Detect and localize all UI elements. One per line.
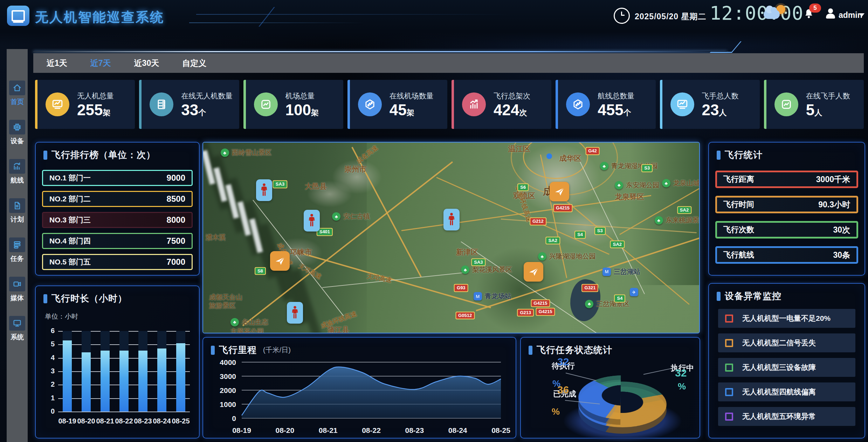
sidebar-item-任务[interactable]: 任务 bbox=[7, 232, 28, 271]
ranking-name: NO.4 部门四 bbox=[49, 236, 91, 246]
task-list-icon bbox=[12, 240, 22, 250]
road-badge: SA2 bbox=[677, 206, 691, 214]
ranking-value: 9000 bbox=[167, 173, 185, 183]
card-icon-circle bbox=[150, 92, 173, 116]
tab-自定义[interactable]: 自定义 bbox=[182, 58, 206, 69]
map-poi-pin: 主题茶公园 bbox=[230, 327, 264, 333]
card-value: 5人 bbox=[806, 102, 850, 118]
card-value: 45架 bbox=[390, 102, 434, 118]
flight-stat-value: 90.3小时 bbox=[818, 199, 850, 210]
road-badge: S4 bbox=[614, 295, 625, 302]
alert-status-icon bbox=[725, 388, 733, 396]
park-pin-icon: ♣ bbox=[332, 212, 340, 221]
header-decoration bbox=[167, 7, 275, 27]
hexagon-node-icon bbox=[572, 98, 584, 111]
chevron-down-icon[interactable] bbox=[859, 13, 864, 17]
task-slice-value: 36 bbox=[557, 384, 569, 396]
task-slice-percent: % bbox=[552, 406, 560, 417]
map-marker-drone[interactable] bbox=[550, 182, 569, 201]
sidebar-item-计划[interactable]: 计划 bbox=[7, 193, 28, 232]
panel-title: 飞行统计 bbox=[725, 149, 763, 161]
card-icon-circle bbox=[46, 92, 69, 116]
park-pin-icon: ♣ bbox=[221, 149, 229, 157]
tab-近1天[interactable]: 近1天 bbox=[47, 58, 67, 69]
map-poi-pin: M青龙场站 bbox=[474, 292, 511, 301]
panel-marker bbox=[43, 151, 47, 160]
card-value: 100架 bbox=[285, 102, 319, 118]
map-poi-label: 主题茶公园 bbox=[230, 327, 264, 333]
sidebar-item-系统[interactable]: 系统 bbox=[7, 310, 28, 350]
stat-card: 无人机总量255架 bbox=[35, 80, 135, 129]
y-tick-label: 3 bbox=[41, 367, 55, 375]
flight-stat-row: 飞行次数30次 bbox=[715, 221, 858, 239]
map-view[interactable]: 温江区成华区崇州市大邑县双流区成都龙泉驿区邛崃市新津区蒲江县成都天台山旅游景区濮… bbox=[202, 142, 700, 333]
ranking-value: 8500 bbox=[167, 194, 185, 204]
ranking-row: NO.2 部门二8500 bbox=[42, 191, 193, 207]
flight-mileage-panel: 飞行里程 (千米/日) 0100020003000400008-1908-200… bbox=[202, 337, 516, 438]
stat-card: 航线总数量455个 bbox=[556, 80, 655, 129]
map-poi-label: 西岭雪山景区 bbox=[232, 148, 272, 157]
x-tick-label: 08-25 bbox=[167, 417, 195, 425]
flight-stat-label: 飞行次数 bbox=[723, 225, 754, 235]
map-poi-pin: ♣东来桃源景区 bbox=[655, 216, 700, 225]
document-icon bbox=[9, 198, 25, 213]
map-poi-pin: ♣东安湖公园 bbox=[615, 181, 659, 190]
tab-近7天[interactable]: 近7天 bbox=[90, 58, 111, 69]
card-icon-circle bbox=[358, 92, 382, 116]
sidebar-item-媒体[interactable]: 媒体 bbox=[7, 271, 28, 310]
sidebar-item-首页[interactable]: 首页 bbox=[7, 75, 28, 114]
road-badge: G93 bbox=[454, 284, 468, 292]
sidebar-item-设备[interactable]: 设备 bbox=[7, 114, 28, 153]
flight-stat-row: 飞行航线30条 bbox=[715, 246, 858, 264]
header-decoration bbox=[196, 14, 511, 15]
map-label: 旅游景区 bbox=[209, 301, 236, 310]
card-text: 在线飞手人数5人 bbox=[806, 91, 850, 118]
bar bbox=[63, 340, 72, 412]
map-poi-pin: ✈ bbox=[630, 288, 638, 296]
card-text: 飞手总人数23人 bbox=[702, 91, 739, 118]
task-slice-percent: % bbox=[678, 381, 686, 392]
map-marker-pilot[interactable] bbox=[304, 210, 320, 232]
map-poi-pin: ♣西岭雪山景区 bbox=[221, 148, 272, 157]
tab-近30天[interactable]: 近30天 bbox=[134, 58, 159, 69]
map-poi-pin: ♣龙泉山城市森林公园 bbox=[662, 179, 700, 188]
map-label: 温江区 bbox=[508, 144, 530, 154]
ranking-name: NO.3 部门三 bbox=[49, 215, 91, 225]
mileage-area-chart: 0100020003000400008-1908-2008-2108-2208-… bbox=[203, 356, 516, 436]
card-value: 424次 bbox=[494, 102, 530, 118]
map-marker-pilot[interactable] bbox=[256, 179, 272, 201]
map-poi-label: 青龙场站 bbox=[485, 292, 511, 301]
map-poi-label: 兴隆湖湿地公园 bbox=[549, 252, 596, 261]
bar bbox=[176, 343, 185, 412]
sidebar-item-航线[interactable]: 航线 bbox=[7, 153, 28, 193]
stat-card: 在线无人机数量33个 bbox=[139, 80, 239, 129]
flight-stat-label: 飞行航线 bbox=[723, 250, 754, 260]
road-badge: G4215 bbox=[536, 308, 555, 316]
flight-stat-row: 飞行时间90.3小时 bbox=[715, 196, 858, 213]
road-badge: G42 bbox=[585, 147, 600, 155]
map-label: 龙泉驿区 bbox=[615, 192, 644, 202]
alert-row: 无人机机型五环境异常 bbox=[718, 407, 855, 426]
ranking-row: NO.4 部门四7500 bbox=[42, 233, 193, 249]
y-tick-label: 0 bbox=[41, 407, 55, 415]
bars-up-icon bbox=[468, 98, 480, 111]
duration-bar-chart: 012345608-1908-2008-2108-2208-2308-2408-… bbox=[36, 286, 199, 438]
road-badge: G212 bbox=[530, 217, 546, 225]
map-marker-pilot[interactable] bbox=[443, 209, 460, 230]
flight-stat-row: 飞行距离3000千米 bbox=[715, 171, 858, 188]
ranking-value: 8000 bbox=[167, 215, 185, 225]
user-avatar-icon[interactable] bbox=[825, 8, 836, 20]
y-tick-label: 2 bbox=[41, 380, 55, 388]
svg-text:08-25: 08-25 bbox=[491, 426, 510, 434]
map-marker-drone[interactable] bbox=[524, 262, 543, 282]
park-pin-icon: ♣ bbox=[662, 179, 670, 187]
map-label: 崇州市 bbox=[345, 164, 367, 174]
card-text: 机场总量100架 bbox=[285, 91, 319, 118]
map-poi-pin: ♣梨花溪风景区 bbox=[461, 265, 512, 274]
map-marker-pilot[interactable] bbox=[287, 302, 303, 324]
map-poi-pin: ♣名山生态 bbox=[230, 318, 268, 327]
stat-card: 飞手总人数23人 bbox=[660, 80, 760, 129]
stat-card: 在线飞手人数5人 bbox=[764, 80, 864, 129]
chip-icon bbox=[12, 122, 22, 132]
map-marker-drone[interactable] bbox=[270, 251, 290, 271]
